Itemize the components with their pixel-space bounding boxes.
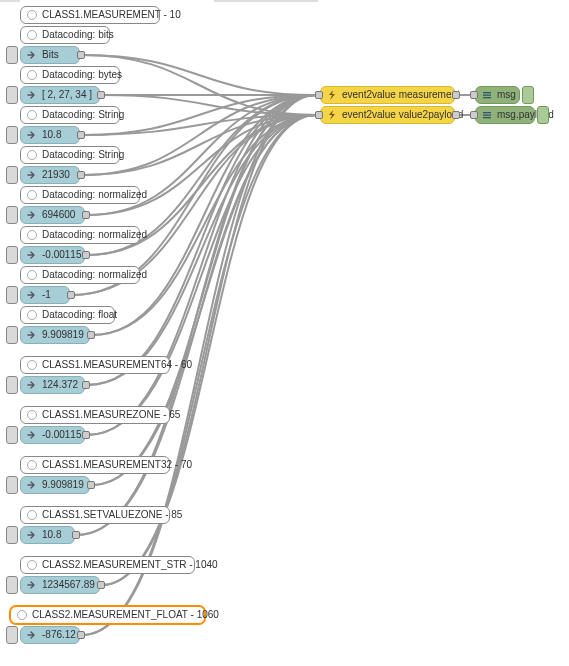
output-port[interactable]	[77, 631, 85, 639]
circle-icon	[26, 509, 38, 521]
inject-node[interactable]: 21930	[20, 166, 80, 184]
output-port[interactable]	[82, 381, 90, 389]
inject-trigger-button[interactable]	[6, 576, 18, 594]
input-port[interactable]	[315, 91, 323, 99]
comment-node[interactable]: CLASS1.SETVALUEZONE - 85	[20, 506, 170, 524]
output-port[interactable]	[452, 91, 460, 99]
output-port[interactable]	[97, 581, 105, 589]
inject-trigger-button[interactable]	[6, 126, 18, 144]
output-port[interactable]	[77, 51, 85, 59]
comment-node-label: CLASS1.MEASUREZONE - 65	[42, 406, 180, 424]
output-port[interactable]	[97, 91, 105, 99]
arrow-right-icon	[26, 429, 38, 441]
flow-canvas[interactable]: CLASS1.MEASUREMENT - 10Datacoding: bitsB…	[0, 0, 569, 666]
inject-node[interactable]: 9.909819	[20, 326, 90, 344]
inject-trigger-button[interactable]	[6, 376, 18, 394]
comment-node-label: CLASS2.MEASUREMENT_STR - 1040	[42, 556, 218, 574]
output-port[interactable]	[452, 111, 460, 119]
inject-trigger-button[interactable]	[6, 626, 18, 644]
comment-node[interactable]: Datacoding: bytes	[20, 66, 120, 84]
circle-icon	[26, 229, 38, 241]
comment-node[interactable]: CLASS2.MEASUREMENT_FLOAT - 1060	[10, 606, 205, 624]
debug-toggle-button[interactable]	[537, 106, 549, 124]
circle-icon	[26, 459, 38, 471]
svg-rect-4	[483, 115, 491, 116]
comment-node-label: Datacoding: normalized	[42, 186, 147, 204]
comment-node-label: Datacoding: float	[42, 306, 117, 324]
inject-node[interactable]: [ 2, 27, 34 ]	[20, 86, 100, 104]
inject-node[interactable]: Bits	[20, 46, 80, 64]
inject-trigger-button[interactable]	[6, 166, 18, 184]
inject-trigger-button[interactable]	[6, 206, 18, 224]
inject-node[interactable]: 1234567.89	[20, 576, 100, 594]
inject-node[interactable]: 9.909819	[20, 476, 90, 494]
inject-trigger-button[interactable]	[6, 86, 18, 104]
svg-rect-3	[483, 112, 491, 113]
comment-node-label: CLASS2.MEASUREMENT_FLOAT - 1060	[32, 606, 219, 624]
inject-node[interactable]: -876.12	[20, 626, 80, 644]
inject-node[interactable]: 10.8	[20, 126, 80, 144]
output-port[interactable]	[87, 331, 95, 339]
inject-trigger-button[interactable]	[6, 476, 18, 494]
inject-trigger-button[interactable]	[6, 246, 18, 264]
comment-node-label: Datacoding: String	[42, 106, 124, 124]
arrow-right-icon	[26, 209, 38, 221]
comment-node[interactable]: Datacoding: String	[20, 146, 120, 164]
output-port[interactable]	[77, 131, 85, 139]
svg-rect-1	[483, 95, 491, 96]
arrow-right-icon	[26, 479, 38, 491]
comment-node[interactable]: Datacoding: normalized	[20, 226, 140, 244]
inject-node[interactable]: -0.00115	[20, 426, 85, 444]
inject-node[interactable]: 10.8	[20, 526, 75, 544]
comment-node[interactable]: CLASS1.MEASUREMENT - 10	[20, 6, 160, 24]
debug-node[interactable]: msg.payload	[475, 106, 535, 124]
inject-trigger-button[interactable]	[6, 426, 18, 444]
output-port[interactable]	[72, 531, 80, 539]
comment-node[interactable]: Datacoding: normalized	[20, 266, 140, 284]
inject-node[interactable]: 124.372	[20, 376, 85, 394]
output-port[interactable]	[77, 171, 85, 179]
arrow-right-icon	[26, 49, 38, 61]
comment-node[interactable]: CLASS1.MEASUREMENT64 - 60	[20, 356, 170, 374]
comment-node[interactable]: Datacoding: float	[20, 306, 115, 324]
inject-trigger-button[interactable]	[6, 526, 18, 544]
output-port[interactable]	[82, 251, 90, 259]
function-node[interactable]: event2value value2payload	[320, 106, 455, 124]
inject-node-label: 10.8	[42, 126, 61, 144]
comment-node[interactable]: Datacoding: bits	[20, 26, 110, 44]
inject-node[interactable]: 694600	[20, 206, 85, 224]
debug-node[interactable]: msg	[475, 86, 520, 104]
function-node-label: event2value value2payload	[342, 106, 463, 124]
inject-node[interactable]: -1	[20, 286, 70, 304]
comment-node[interactable]: CLASS2.MEASUREMENT_STR - 1040	[20, 556, 195, 574]
comment-node[interactable]: CLASS1.MEASUREZONE - 65	[20, 406, 170, 424]
comment-node-label: CLASS1.MEASUREMENT64 - 60	[42, 356, 192, 374]
inject-trigger-button[interactable]	[6, 326, 18, 344]
inject-node-label: 21930	[42, 166, 70, 184]
bolt-icon	[326, 89, 338, 101]
arrow-right-icon	[26, 579, 38, 591]
comment-node-label: Datacoding: String	[42, 146, 124, 164]
circle-icon	[26, 269, 38, 281]
function-node[interactable]: event2value measurement	[320, 86, 455, 104]
output-port[interactable]	[67, 291, 75, 299]
comment-node[interactable]: Datacoding: normalized	[20, 186, 140, 204]
comment-node[interactable]: CLASS1.MEASUREMENT32 - 70	[20, 456, 170, 474]
input-port[interactable]	[470, 111, 478, 119]
output-port[interactable]	[87, 481, 95, 489]
debug-toggle-button[interactable]	[522, 86, 534, 104]
inject-trigger-button[interactable]	[6, 46, 18, 64]
arrow-right-icon	[26, 529, 38, 541]
input-port[interactable]	[315, 111, 323, 119]
circle-icon	[26, 409, 38, 421]
output-port[interactable]	[82, 431, 90, 439]
comment-node[interactable]: Datacoding: String	[20, 106, 120, 124]
arrow-right-icon	[26, 169, 38, 181]
comment-node-label: Datacoding: normalized	[42, 226, 147, 244]
inject-node[interactable]: -0.00115	[20, 246, 85, 264]
output-port[interactable]	[82, 211, 90, 219]
circle-icon	[26, 189, 38, 201]
inject-trigger-button[interactable]	[6, 286, 18, 304]
input-port[interactable]	[470, 91, 478, 99]
arrow-right-icon	[26, 329, 38, 341]
